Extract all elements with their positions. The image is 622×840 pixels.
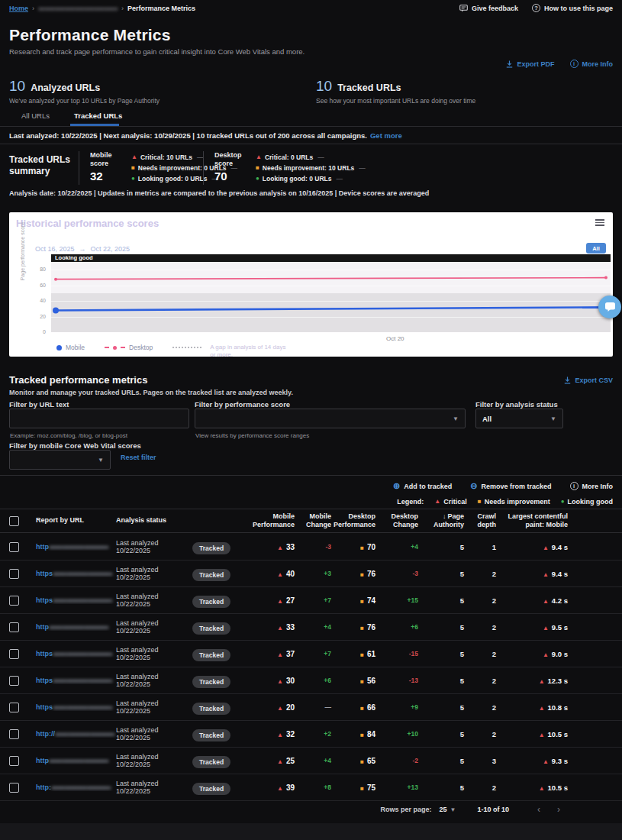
tracked-badge-cell: Tracked — [192, 780, 232, 795]
report-url-link[interactable]: https●●●●●●●●●●●●●●●●●●●●●● — [27, 677, 116, 684]
how-to-use-button[interactable]: ? How to use this page — [532, 4, 613, 12]
next-page-button[interactable]: › — [549, 804, 569, 815]
historical-performance-chart: Historical performance scores Oct 16, 20… — [9, 212, 613, 357]
crawl-depth-cell: 2 — [464, 623, 496, 632]
table-row[interactable]: https●●●●●●●●●●●●●●●●●●●●●● Last analyze… — [0, 641, 622, 667]
breadcrumb-home-link[interactable]: Home — [9, 5, 28, 12]
analysis-status-text: Last analyzed 10/22/2025 — [116, 646, 192, 661]
tab-tracked-urls[interactable]: Tracked URLs — [74, 111, 122, 120]
gap-dotted-line-icon — [172, 347, 201, 348]
desktop-change-cell: -13 — [375, 677, 418, 684]
feedback-bubble-icon — [459, 5, 468, 12]
legend-desktop[interactable]: Desktop — [105, 344, 153, 351]
breadcrumb: Home › ●●●●●●●●●●●●●●●●●●●●●●●● › Perfor… — [9, 5, 195, 12]
row-checkbox[interactable] — [9, 676, 19, 686]
needs-improvement-icon: ■ — [360, 598, 364, 605]
filter-url-input[interactable] — [9, 409, 189, 428]
row-checkbox[interactable] — [9, 703, 19, 712]
table-row[interactable]: http://●●●●●●●●●●●●●●●●●●●●●● Last analy… — [0, 721, 622, 748]
col-mobile-change[interactable]: Mobile Change — [295, 512, 331, 530]
export-csv-button[interactable]: Export CSV — [564, 376, 613, 384]
analysis-status-text: Last analyzed 10/22/2025 — [116, 539, 192, 554]
mobile-critical: Critical: 10 URLs — [140, 153, 192, 161]
remove-from-tracked-button[interactable]: ⊖ Remove from tracked — [470, 481, 551, 491]
report-url-link[interactable]: https●●●●●●●●●●●●●●●●●●●●●● — [27, 570, 116, 577]
legend-mobile[interactable]: Mobile — [56, 344, 85, 351]
row-checkbox[interactable] — [9, 596, 19, 606]
col-report-by-url[interactable]: Report by URL — [27, 516, 116, 525]
tracked-badge-cell: Tracked — [192, 727, 232, 741]
more-info-button[interactable]: i More Info — [570, 60, 614, 68]
report-url-link[interactable]: http://●●●●●●●●●●●●●●●●●●●●●● — [27, 730, 116, 738]
select-all-checkbox[interactable] — [9, 516, 19, 526]
mobile-performance-cell: ▲30 — [232, 677, 295, 685]
desktop-status-list: ▲Critical: 0 URLs— ■Needs improvement: 1… — [256, 152, 366, 184]
download-icon — [506, 60, 513, 68]
rows-per-page-select[interactable]: 25 ▼ — [440, 806, 456, 813]
chevron-down-icon: ▼ — [550, 415, 556, 422]
report-url-link[interactable]: http●●●●●●●●●●●●●●●●●●●●●● — [27, 543, 116, 551]
table-more-info-button[interactable]: i More Info — [570, 481, 614, 491]
desktop-dash-icon — [105, 347, 109, 348]
col-desktop-change[interactable]: Desktop Change — [375, 512, 418, 530]
table-row[interactable]: https●●●●●●●●●●●●●●●●●●●●●● Last analyze… — [0, 694, 622, 721]
export-csv-label: Export CSV — [575, 376, 613, 384]
chart-range-button[interactable]: All — [586, 243, 606, 254]
chart-date-range[interactable]: Oct 16, 2025 → Oct 22, 2025 — [35, 245, 130, 253]
report-url-link[interactable]: http●●●●●●●●●●●●●●●●●●●●●● — [27, 757, 116, 764]
tab-all-urls[interactable]: All URLs — [21, 111, 50, 120]
table-row[interactable]: http:●●●●●●●●●●●●●●●●●●●●●● Last analyze… — [0, 774, 622, 801]
row-checkbox[interactable] — [9, 756, 19, 766]
footer-band — [0, 823, 622, 840]
report-url-link[interactable]: https●●●●●●●●●●●●●●●●●●●●●● — [27, 650, 116, 657]
lcp-mobile-cell: ▲10.5 s — [496, 783, 568, 792]
row-checkbox[interactable] — [9, 542, 19, 552]
chat-bubble-icon — [604, 302, 616, 312]
chat-widget-button[interactable] — [598, 296, 621, 318]
col-crawl-depth[interactable]: Crawl depth — [464, 512, 496, 530]
filter-score-select[interactable]: ▼ — [195, 409, 466, 428]
table-row[interactable]: https●●●●●●●●●●●●●●●●●●●●●● Last analyze… — [0, 667, 622, 694]
col-analysis-status[interactable]: Analysis status — [116, 516, 192, 525]
date-to[interactable]: Oct 22, 2025 — [91, 245, 131, 253]
row-checkbox[interactable] — [9, 569, 19, 579]
report-url-link[interactable]: http●●●●●●●●●●●●●●●●●●●●●● — [27, 623, 116, 631]
reset-filter-link[interactable]: Reset filter — [121, 454, 156, 461]
col-page-authority[interactable]: ↓Page Authority — [418, 512, 464, 530]
filter-status-select[interactable]: All ▼ — [475, 409, 563, 428]
desktop-performance-cell: ■84 — [331, 730, 375, 738]
desktop-change-cell: -15 — [375, 650, 418, 657]
desktop-change-cell: -2 — [375, 757, 418, 764]
row-checkbox[interactable] — [9, 649, 19, 659]
row-checkbox[interactable] — [9, 729, 19, 739]
lcp-mobile-cell: ▲9.3 s — [496, 757, 568, 765]
chart-menu-icon[interactable] — [595, 219, 604, 228]
col-desktop-performance[interactable]: Desktop Performance — [331, 512, 375, 530]
col-mobile-performance[interactable]: Mobile Performance — [232, 512, 295, 530]
breadcrumb-separator: › — [121, 5, 124, 12]
row-checkbox[interactable] — [9, 783, 19, 793]
get-more-link[interactable]: Get more — [370, 131, 402, 140]
col-lcp-mobile[interactable]: Largest contentful paint: Mobile — [496, 512, 568, 530]
add-to-tracked-button[interactable]: ⊕ Add to tracked — [393, 481, 452, 491]
needs-improvement-icon: ■ — [360, 758, 364, 765]
table-row[interactable]: https●●●●●●●●●●●●●●●●●●●●●● Last analyze… — [0, 561, 622, 587]
table-row[interactable]: http●●●●●●●●●●●●●●●●●●●●●● Last analyzed… — [0, 614, 622, 641]
row-checkbox[interactable] — [9, 622, 19, 632]
report-url-link[interactable]: https●●●●●●●●●●●●●●●●●●●●●● — [27, 596, 116, 604]
give-feedback-button[interactable]: Give feedback — [459, 4, 518, 12]
filter-status-value: All — [482, 415, 491, 423]
table-row[interactable]: https●●●●●●●●●●●●●●●●●●●●●● Last analyze… — [0, 587, 622, 614]
previous-page-button[interactable]: ‹ — [529, 804, 549, 815]
report-url-link[interactable]: https●●●●●●●●●●●●●●●●●●●●●● — [27, 703, 116, 711]
table-row[interactable]: http●●●●●●●●●●●●●●●●●●●●●● Last analyzed… — [0, 748, 622, 774]
export-pdf-button[interactable]: Export PDF — [506, 60, 554, 68]
table-row[interactable]: http●●●●●●●●●●●●●●●●●●●●●● Last analyzed… — [0, 534, 622, 561]
mobile-series-icon — [56, 345, 62, 351]
report-url-link[interactable]: http:●●●●●●●●●●●●●●●●●●●●●● — [27, 783, 116, 791]
filter-cwv-select[interactable]: ▼ — [9, 450, 111, 470]
date-from[interactable]: Oct 16, 2025 — [35, 245, 75, 253]
tracked-badge: Tracked — [192, 596, 230, 608]
tracked-badge-cell: Tracked — [192, 567, 232, 581]
breadcrumb-campaign-redacted[interactable]: ●●●●●●●●●●●●●●●●●●●●●●●● — [38, 5, 118, 12]
